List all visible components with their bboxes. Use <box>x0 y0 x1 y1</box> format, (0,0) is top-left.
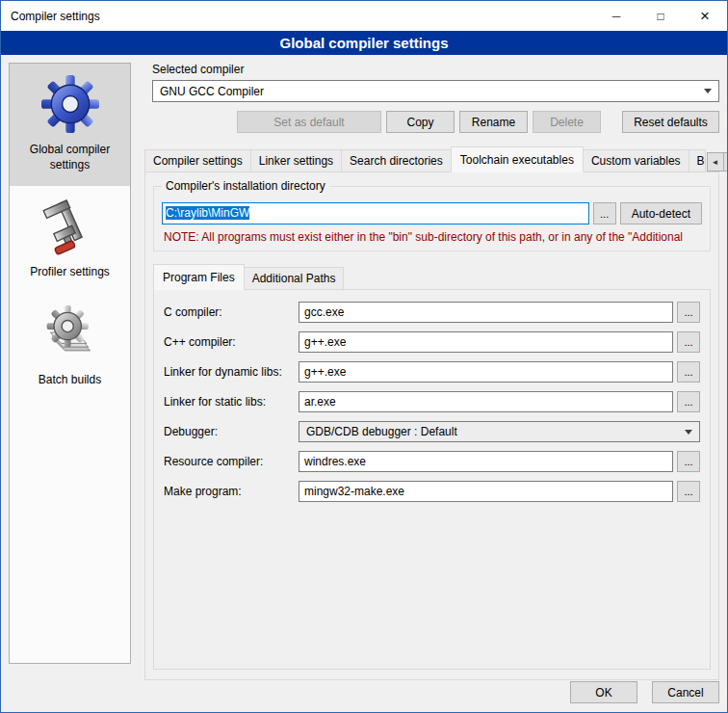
titlebar: Compiler settings ─ □ × <box>1 1 727 31</box>
window-controls: ─ □ × <box>594 1 727 31</box>
subtab-program-files[interactable]: Program Files <box>153 264 245 290</box>
field-row: C++ compiler: ... <box>164 331 700 353</box>
linker-static-label: Linker for static libs: <box>164 395 299 409</box>
c-compiler-input[interactable] <box>299 302 673 323</box>
tab-linker-settings[interactable]: Linker settings <box>250 149 342 172</box>
auto-detect-button[interactable]: Auto-detect <box>620 202 702 224</box>
tab-compiler-settings[interactable]: Compiler settings <box>144 149 251 172</box>
copy-button[interactable]: Copy <box>386 111 455 133</box>
selected-compiler-label: Selected compiler <box>152 63 719 76</box>
tab-toolchain-executables[interactable]: Toolchain executables <box>451 146 584 172</box>
tab-scroll-right-button[interactable]: ► <box>724 152 728 172</box>
executables-subtabs: Program Files Additional Paths <box>153 264 711 290</box>
sidebar-item-label: Global compiler settings <box>13 143 127 172</box>
page-title: Global compiler settings <box>1 31 727 55</box>
batch-builds-icon <box>13 304 127 365</box>
make-program-label: Make program: <box>164 485 299 498</box>
installation-directory-label: Compiler's installation directory <box>162 179 329 193</box>
cancel-button[interactable]: Cancel <box>652 681 719 703</box>
window-title: Compiler settings <box>1 10 100 23</box>
c-compiler-label: C compiler: <box>164 305 299 319</box>
linker-dynamic-browse-button[interactable]: ... <box>677 361 700 383</box>
bin-subdirectory-note: NOTE: All programs must exist either in … <box>164 230 702 244</box>
dialog-content: Global compiler settings <box>1 55 727 712</box>
install-dir-input[interactable]: C:\raylib\MinGW <box>162 202 589 224</box>
tab-scroll-left-button[interactable]: ◄ <box>707 152 724 172</box>
close-button[interactable]: × <box>683 1 727 31</box>
chevron-down-icon <box>685 430 692 435</box>
delete-button[interactable]: Delete <box>533 111 601 133</box>
settings-tabs: Compiler settings Linker settings Search… <box>144 146 719 172</box>
linker-dynamic-input[interactable] <box>299 361 673 383</box>
field-row: Resource compiler: ... <box>164 451 700 472</box>
sidebar-item-label: Profiler settings <box>13 265 127 280</box>
linker-static-browse-button[interactable]: ... <box>677 391 700 412</box>
install-dir-browse-button[interactable]: ... <box>593 202 616 224</box>
sidebar-item-batch-builds[interactable]: Batch builds <box>10 294 130 402</box>
sidebar-item-profiler-settings[interactable]: Profiler settings <box>10 186 130 294</box>
subtab-additional-paths[interactable]: Additional Paths <box>244 267 345 290</box>
chevron-down-icon <box>704 89 712 93</box>
field-row: C compiler: ... <box>164 302 700 323</box>
compiler-actions: Set as default Copy Rename Delete Reset … <box>237 111 719 133</box>
field-row: Linker for dynamic libs: ... <box>164 361 700 383</box>
rename-button[interactable]: Rename <box>459 111 528 133</box>
install-dir-value: C:\raylib\MinGW <box>166 206 249 220</box>
linker-dynamic-label: Linker for dynamic libs: <box>164 365 299 379</box>
maximize-icon: □ <box>657 10 663 23</box>
tab-search-directories[interactable]: Search directories <box>341 149 452 172</box>
program-files-panel: C compiler: ... C++ compiler: ... Linker… <box>153 289 711 670</box>
make-program-browse-button[interactable]: ... <box>677 481 700 502</box>
gear-icon <box>13 73 127 135</box>
tab-scroll-buttons: ◄ ► <box>707 152 728 172</box>
main-panel: Selected compiler GNU GCC Compiler Set a… <box>144 61 719 680</box>
installation-directory-group: Compiler's installation directory C:\ray… <box>153 186 711 251</box>
c-compiler-browse-button[interactable]: ... <box>677 302 700 323</box>
compiler-select-value: GNU GCC Compiler <box>160 85 704 98</box>
field-row: Linker for static libs: ... <box>164 391 700 412</box>
minimize-icon: ─ <box>612 10 621 23</box>
ok-button[interactable]: OK <box>570 681 637 703</box>
cpp-compiler-browse-button[interactable]: ... <box>677 331 700 353</box>
close-icon: × <box>700 7 710 26</box>
cpp-compiler-label: C++ compiler: <box>164 335 299 349</box>
minimize-button[interactable]: ─ <box>594 1 638 31</box>
debugger-label: Debugger: <box>164 425 299 438</box>
arrow-left-icon: ◄ <box>712 158 719 167</box>
linker-static-input[interactable] <box>299 391 673 412</box>
debugger-select-value: GDB/CDB debugger : Default <box>306 425 685 438</box>
settings-category-list: Global compiler settings <box>9 63 131 664</box>
reset-defaults-button[interactable]: Reset defaults <box>622 111 719 133</box>
installation-directory-row: C:\raylib\MinGW ... Auto-detect <box>162 202 702 224</box>
set-as-default-button[interactable]: Set as default <box>237 111 381 133</box>
tab-custom-variables[interactable]: Custom variables <box>583 149 689 172</box>
compiler-settings-window: Compiler settings ─ □ × Global compiler … <box>0 0 728 713</box>
field-row: Make program: ... <box>164 481 700 502</box>
make-program-input[interactable] <box>299 481 673 502</box>
compiler-select[interactable]: GNU GCC Compiler <box>152 80 719 102</box>
sidebar-item-global-compiler-settings[interactable]: Global compiler settings <box>10 64 130 186</box>
maximize-button[interactable]: □ <box>638 1 683 31</box>
clamp-icon <box>13 196 127 257</box>
tab-build-clipped[interactable]: Buil <box>689 149 706 172</box>
resource-compiler-browse-button[interactable]: ... <box>677 451 700 472</box>
toolchain-executables-panel: Compiler's installation directory C:\ray… <box>144 172 719 680</box>
resource-compiler-label: Resource compiler: <box>164 455 299 468</box>
resource-compiler-input[interactable] <box>299 451 673 472</box>
debugger-select[interactable]: GDB/CDB debugger : Default <box>299 421 700 442</box>
dialog-footer: OK Cancel <box>570 681 719 703</box>
sidebar-item-label: Batch builds <box>13 373 127 388</box>
cpp-compiler-input[interactable] <box>299 331 673 353</box>
field-row: Debugger: GDB/CDB debugger : Default <box>164 421 700 442</box>
